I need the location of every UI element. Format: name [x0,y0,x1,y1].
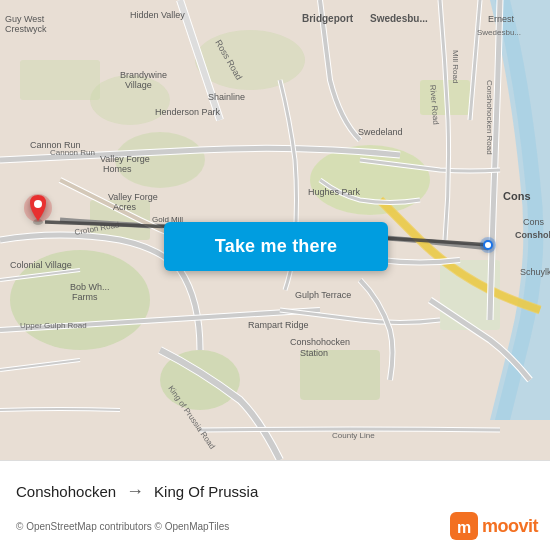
svg-text:Schuylk...: Schuylk... [520,267,550,277]
svg-text:Cons: Cons [523,217,545,227]
route-row: Conshohocken → King Of Prussia [16,481,534,502]
svg-text:Swedeland: Swedeland [358,127,403,137]
svg-text:Brandywine: Brandywine [120,70,167,80]
attribution-text: © OpenStreetMap contributors © OpenMapTi… [16,521,229,532]
svg-text:Gulph Terrace: Gulph Terrace [295,290,351,300]
svg-text:Upper Gulph Road: Upper Gulph Road [20,321,87,330]
svg-text:Valley Forge: Valley Forge [108,192,158,202]
svg-text:Conshohocken Road: Conshohocken Road [485,80,494,155]
svg-text:Crestwyck: Crestwyck [5,24,47,34]
svg-point-55 [485,242,491,248]
svg-text:Conshohocken: Conshohocken [290,337,350,347]
moovit-icon: m [450,512,478,540]
svg-text:Farms: Farms [72,292,98,302]
svg-text:m: m [457,519,471,536]
destination-label: King Of Prussia [154,483,258,500]
svg-text:Henderson Park: Henderson Park [155,107,221,117]
svg-point-8 [195,30,305,90]
svg-rect-9 [20,60,100,100]
svg-text:Acres: Acres [113,202,137,212]
moovit-logo: m moovit [450,512,538,540]
svg-text:Valley Forge: Valley Forge [100,154,150,164]
map-area: Ross Road Cannon Run Croton Road Upper G… [0,0,550,460]
svg-text:Bridgeport: Bridgeport [302,13,354,24]
svg-text:Hidden Valley: Hidden Valley [130,10,185,20]
svg-text:Swedesbu...: Swedesbu... [370,13,428,24]
svg-text:Station: Station [300,348,328,358]
svg-text:Rampart Ridge: Rampart Ridge [248,320,309,330]
svg-text:County Line: County Line [332,431,375,440]
svg-text:Cannon Run: Cannon Run [30,140,81,150]
svg-text:Bob Wh...: Bob Wh... [70,282,110,292]
svg-text:Conshohocke...: Conshohocke... [515,230,550,240]
svg-text:Mill Road: Mill Road [451,50,460,83]
svg-text:Village: Village [125,80,152,90]
svg-text:Homes: Homes [103,164,132,174]
origin-label: Conshohocken [16,483,116,500]
bottom-bar: Conshohocken → King Of Prussia © OpenStr… [0,460,550,550]
arrow-icon: → [126,481,144,502]
moovit-brand-text: moovit [482,516,538,537]
svg-text:Ernest: Ernest [488,14,515,24]
svg-text:Hughes Park: Hughes Park [308,187,361,197]
svg-text:Cons: Cons [503,190,531,202]
take-me-there-button[interactable]: Take me there [164,222,388,271]
svg-text:Shainline: Shainline [208,92,245,102]
svg-text:Colonial Village: Colonial Village [10,260,72,270]
svg-text:Swedesbu...: Swedesbu... [477,28,521,37]
svg-text:Guy West: Guy West [5,14,45,24]
svg-point-52 [34,200,42,208]
